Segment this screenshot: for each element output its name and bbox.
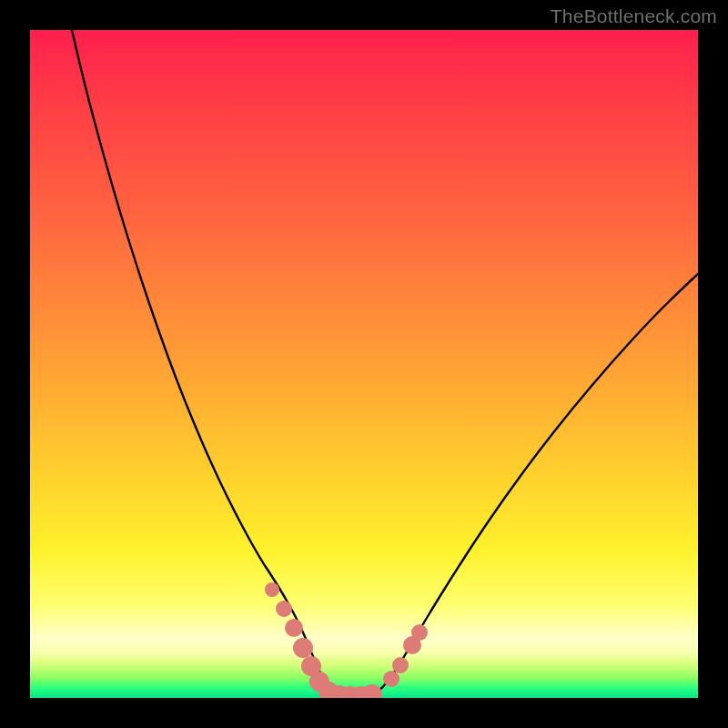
highlight-dot — [362, 684, 382, 698]
highlight-dot — [383, 671, 399, 687]
highlight-dots — [265, 582, 428, 698]
right-curve — [356, 274, 698, 697]
highlight-dot — [285, 619, 303, 637]
highlight-dot — [392, 657, 409, 673]
highlight-dot — [293, 638, 313, 658]
highlight-dot — [411, 624, 428, 641]
highlight-dot — [276, 601, 292, 617]
watermark-text: TheBottleneck.com — [551, 5, 717, 27]
left-curve — [72, 30, 356, 697]
plot-area — [30, 30, 698, 698]
highlight-dot — [265, 582, 279, 597]
curve-svg — [30, 30, 698, 698]
chart-frame: TheBottleneck.com — [0, 0, 728, 728]
